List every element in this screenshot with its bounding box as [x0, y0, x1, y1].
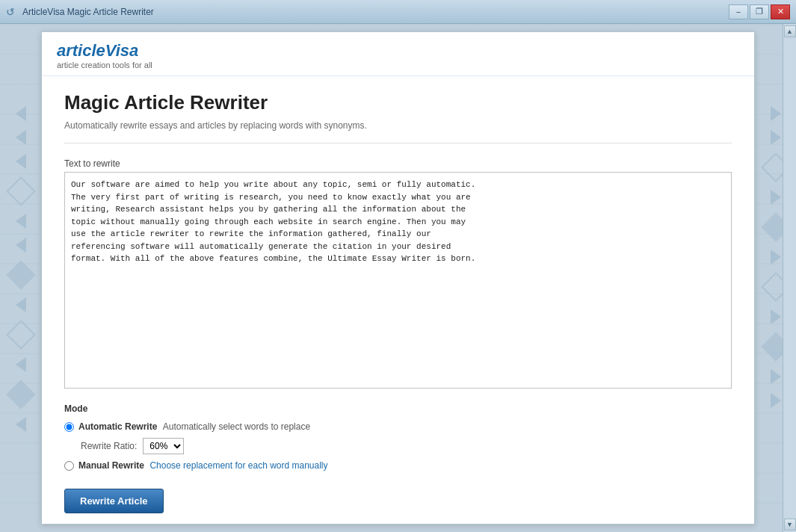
tri-left-7: [16, 357, 26, 372]
mode-label: Mode: [64, 403, 732, 414]
tri-right-5: [771, 309, 781, 324]
tri-right-4: [771, 250, 781, 265]
tri-left-5: [16, 238, 26, 253]
page-subtitle: Automatically rewrite essays and article…: [64, 120, 732, 143]
logo-tagline: article creation tools for all: [57, 61, 739, 69]
tri-left-4: [16, 214, 26, 229]
diamond-left-2: [6, 260, 36, 290]
app-icon: ↺: [6, 6, 18, 18]
tri-left-3: [16, 154, 26, 169]
page-title: Magic Article Rewriter: [64, 91, 732, 114]
logo-text: articleVisa: [57, 41, 739, 61]
text-rewrite-group: Text to rewrite: [64, 158, 732, 392]
restore-button[interactable]: ❐: [750, 4, 769, 19]
diamond-left-1: [6, 176, 36, 206]
auto-rewrite-bold-label: Automatic Rewrite: [78, 421, 157, 432]
tri-left-1: [16, 106, 26, 121]
auto-rewrite-option: Automatic Rewrite Automatically select w…: [64, 421, 732, 432]
tri-right-7: [771, 393, 781, 408]
diamond-left-4: [6, 380, 36, 409]
window-body: ▲ ▼ articleVisa article creation tools f…: [0, 24, 796, 532]
tri-left-6: [16, 297, 26, 312]
tri-right-6: [771, 369, 781, 384]
tri-right-2: [771, 130, 781, 145]
scroll-down-arrow[interactable]: ▼: [784, 519, 796, 531]
diamond-left-3: [6, 320, 36, 350]
title-bar-left: ↺ ArticleVisa Magic Article Rewriter: [6, 6, 154, 18]
auto-rewrite-radio[interactable]: [64, 422, 74, 432]
minimize-button[interactable]: −: [729, 4, 748, 19]
tri-right-1: [771, 106, 781, 121]
text-rewrite-label: Text to rewrite: [64, 158, 732, 169]
scroll-bar[interactable]: ▲ ▼: [783, 24, 796, 532]
mode-section: Mode Automatic Rewrite Automatically sel…: [64, 403, 732, 471]
tri-left-2: [16, 130, 26, 145]
text-rewrite-input[interactable]: [64, 172, 732, 389]
window-title: ArticleVisa Magic Article Rewriter: [22, 7, 154, 17]
left-decoration: [0, 24, 41, 532]
manual-rewrite-option: Manual Rewrite Choose replacement for ea…: [64, 460, 732, 471]
tri-left-8: [16, 417, 26, 432]
rewrite-article-button[interactable]: Rewrite Article: [64, 489, 164, 513]
title-bar: ↺ ArticleVisa Magic Article Rewriter − ❐…: [0, 0, 796, 24]
manual-rewrite-radio[interactable]: [64, 461, 74, 471]
manual-rewrite-bold-label: Manual Rewrite: [78, 460, 144, 471]
rewrite-ratio-label: Rewrite Ratio:: [81, 441, 137, 451]
page-content: Magic Article Rewriter Automatically rew…: [42, 76, 754, 525]
logo-area: articleVisa article creation tools for a…: [42, 32, 754, 76]
rewrite-ratio-row: Rewrite Ratio: 60% 10% 20% 30% 40% 50% 7…: [81, 438, 732, 454]
window-controls: − ❐ ✕: [729, 4, 790, 19]
left-triangles: [7, 61, 34, 432]
scroll-up-arrow[interactable]: ▲: [784, 25, 796, 37]
tri-right-3: [771, 190, 781, 205]
rewrite-ratio-select[interactable]: 60% 10% 20% 30% 40% 50% 70% 80% 90% 100%: [143, 438, 184, 454]
close-button[interactable]: ✕: [771, 4, 790, 19]
manual-rewrite-desc-link[interactable]: Choose replacement for each word manuall…: [149, 460, 327, 471]
auto-rewrite-desc: Automatically select words to replace: [163, 421, 310, 432]
manual-rewrite-radio-label[interactable]: Manual Rewrite Choose replacement for ea…: [78, 460, 328, 471]
auto-rewrite-radio-label[interactable]: Automatic Rewrite Automatically select w…: [78, 421, 310, 432]
content-panel: articleVisa article creation tools for a…: [41, 31, 755, 525]
